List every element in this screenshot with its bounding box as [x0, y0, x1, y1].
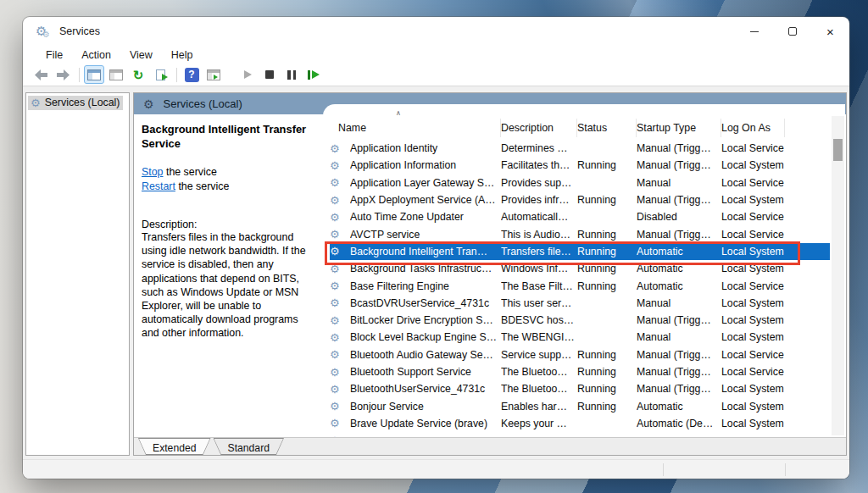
scrollbar-thumb[interactable] [833, 139, 843, 161]
column-header-status[interactable]: Status [577, 119, 637, 137]
table-row[interactable]: ⚙Bluetooth Audio Gateway Se…Service supp… [330, 346, 830, 363]
export-list-button[interactable] [150, 65, 170, 84]
show-console-tree-button[interactable] [84, 65, 104, 84]
minimize-button[interactable] [735, 17, 773, 46]
table-row[interactable]: ⚙Background Tasks Infrastruc…Windows Inf… [330, 260, 830, 277]
status-cell: Running [577, 246, 637, 258]
menu-item-file[interactable]: File [46, 47, 72, 63]
table-row[interactable]: ⚙Bluetooth Support ServiceThe Bluetoo…Ru… [330, 363, 830, 380]
table-row[interactable]: ⚙Block Level Backup Engine S…The WBENGI…… [330, 329, 830, 346]
status-cell: Running [577, 401, 637, 413]
maximize-button[interactable] [773, 17, 811, 46]
export-list-icon [156, 69, 165, 80]
status-cell: Running [577, 366, 637, 378]
menu-item-view[interactable]: View [120, 47, 162, 63]
description-cell: The Bluetoo… [501, 366, 577, 378]
table-row[interactable]: ⚙BluetoothUserService_4731cThe Bluetoo…R… [330, 380, 830, 397]
tree-item-services-local[interactable]: ⚙Services (Local) [28, 96, 123, 110]
stop-service-link[interactable]: Stop [142, 166, 164, 178]
service-action-line: Restart the service [142, 180, 314, 194]
service-gear-icon: ⚙ [330, 263, 350, 274]
status-cell: Running [577, 349, 637, 361]
table-row[interactable]: ⚙AVCTP serviceThis is Audio…RunningManua… [330, 225, 830, 242]
startup-type-cell: Manual [637, 297, 721, 309]
show-action-pane-button[interactable] [203, 65, 224, 84]
service-gear-icon: ⚙ [330, 401, 350, 412]
description-cell: Keeps your … [501, 418, 577, 429]
logon-cell: Local Service [721, 211, 830, 223]
logon-cell: Local Service [721, 366, 830, 378]
startup-type-cell: Manual (Trigg… [637, 383, 721, 395]
table-row[interactable]: ⚙Application InformationFacilitates th…R… [330, 157, 830, 174]
table-row[interactable]: ⚙Brave Update Service (brave)Keeps your … [330, 415, 830, 432]
description-cell: Facilitates th… [501, 159, 577, 171]
description-cell: Windows Inf… [501, 263, 577, 274]
logon-cell: Local System [721, 246, 830, 258]
service-gear-icon: ⚙ [330, 280, 350, 291]
properties-button[interactable] [106, 65, 126, 84]
logon-cell: Local Service [721, 229, 830, 241]
table-row[interactable]: ⚙BcastDVRUserService_4731cThis user ser…… [330, 295, 830, 312]
view-tab-strip: ExtendedStandard [134, 437, 846, 455]
name-cell: Auto Time Zone Updater [350, 211, 501, 223]
pause-icon [287, 70, 296, 80]
name-cell: Brave Update Service (brave) [350, 418, 501, 429]
service-gear-icon: ⚙ [330, 246, 350, 257]
column-header-description[interactable]: Description [501, 119, 577, 137]
status-cell: Running [577, 280, 637, 292]
startup-type-cell: Manual [637, 331, 721, 343]
table-row[interactable]: ⚙Application Layer Gateway S…Provides su… [330, 174, 830, 191]
column-header-startup-type[interactable]: Startup Type [637, 119, 721, 137]
pause-service-button[interactable] [281, 65, 302, 84]
name-cell: AppX Deployment Service (A… [350, 194, 501, 206]
tab-extended[interactable]: Extended [138, 438, 211, 455]
menu-item-action[interactable]: Action [72, 47, 120, 63]
start-service-button[interactable] [237, 65, 258, 84]
table-row[interactable]: ⚙Base Filtering EngineThe Base Filt…Runn… [330, 277, 830, 294]
tab-standard[interactable]: Standard [214, 438, 284, 455]
action-pane-icon [207, 69, 220, 80]
tab-label: Standard [228, 442, 270, 454]
name-cell: Application Identity [350, 142, 501, 154]
table-row[interactable]: ⚙Application IdentityDetermines …Manual … [330, 140, 830, 157]
service-gear-icon: ⚙ [330, 384, 350, 395]
menu-item-help[interactable]: Help [162, 47, 203, 63]
service-gear-icon: ⚙ [330, 212, 350, 223]
table-row[interactable]: ⚙BitLocker Drive Encryption S…BDESVC hos… [330, 312, 830, 329]
forward-button[interactable] [53, 65, 73, 84]
logon-cell: Local System [721, 194, 830, 206]
table-row[interactable]: ⚙Auto Time Zone UpdaterAutomaticall…Disa… [330, 208, 830, 225]
main-panel: ⚙ Services (Local) Background Intelligen… [133, 92, 847, 456]
startup-type-cell: Automatic [637, 401, 721, 413]
toolbar: ↻ ? [23, 64, 849, 86]
status-divider [663, 463, 664, 476]
restart-service-button[interactable] [303, 65, 324, 84]
mini-play-icon [214, 75, 218, 80]
close-button[interactable]: × [811, 17, 849, 46]
column-header-log-on-as[interactable]: Log On As [721, 119, 785, 137]
service-gear-icon: ⚙ [330, 297, 350, 308]
back-button[interactable] [31, 65, 51, 84]
forward-arrow-icon [57, 69, 70, 80]
refresh-button[interactable]: ↻ [128, 65, 148, 84]
tree-item-label: Services (Local) [45, 97, 120, 108]
vertical-scrollbar[interactable] [832, 116, 844, 435]
table-row[interactable]: ⚙Bonjour ServiceEnables har…RunningAutom… [330, 397, 830, 414]
startup-type-cell: Manual [637, 177, 721, 189]
console-tree-icon [87, 69, 101, 80]
column-header-name[interactable]: Name [330, 119, 501, 137]
stop-service-button[interactable] [259, 65, 280, 84]
help-button[interactable]: ? [181, 65, 202, 84]
description-cell: Transfers file… [501, 246, 577, 258]
list-header: NameDescriptionStatusStartup TypeLog On … [330, 118, 830, 138]
table-row[interactable]: ⚙AppX Deployment Service (A…Provides inf… [330, 191, 830, 208]
name-cell: Background Intelligent Tran… [350, 246, 501, 258]
table-row-selected[interactable]: ⚙Background Intelligent Tran…Transfers f… [330, 243, 830, 260]
window-controls: × [735, 17, 849, 46]
tab-label: Extended [153, 442, 197, 454]
description-cell: The Base Filt… [501, 280, 577, 292]
restart-service-link[interactable]: Restart [142, 180, 175, 192]
properties-window-icon [109, 69, 123, 80]
name-cell: Base Filtering Engine [350, 280, 501, 292]
description-label: Description: [142, 219, 314, 230]
